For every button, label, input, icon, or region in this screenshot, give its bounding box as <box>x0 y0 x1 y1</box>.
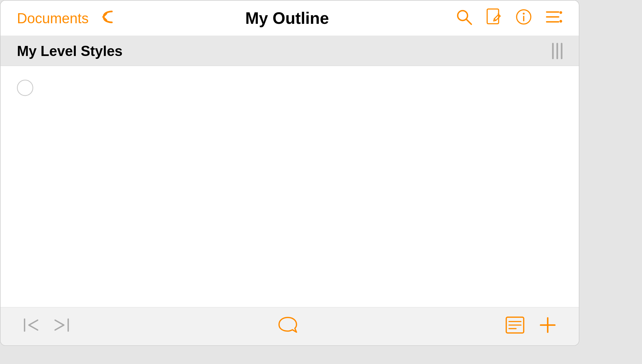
toolbar-center <box>277 315 298 338</box>
nav-bar: Documents My Outline <box>1 1 579 36</box>
section-header: My Level Styles <box>1 36 579 66</box>
back-icon[interactable] <box>100 9 119 28</box>
drag-bar-2 <box>556 43 558 59</box>
drag-handle-icon[interactable] <box>552 43 562 59</box>
drag-bar-1 <box>552 43 554 59</box>
nav-right <box>456 8 562 28</box>
svg-point-13 <box>560 20 562 23</box>
drag-bar-3 <box>561 43 562 59</box>
documents-link[interactable]: Documents <box>17 10 89 26</box>
add-icon[interactable] <box>538 316 557 337</box>
nav-left: Documents <box>17 9 119 28</box>
info-icon[interactable] <box>516 9 532 28</box>
forward-to-last-icon[interactable] <box>52 317 71 336</box>
section-title: My Level Styles <box>17 43 123 59</box>
search-icon[interactable] <box>456 8 473 28</box>
device-frame: Documents My Outline <box>0 0 579 346</box>
bottom-toolbar <box>1 307 579 345</box>
document-icon[interactable] <box>486 8 502 28</box>
comment-icon[interactable] <box>277 315 298 338</box>
menu-icon[interactable] <box>546 10 562 26</box>
content-area <box>1 66 579 307</box>
svg-line-4 <box>494 20 496 21</box>
nav-center: My Outline <box>119 9 455 28</box>
list-document-icon[interactable] <box>505 316 525 337</box>
toolbar-left <box>22 317 70 336</box>
svg-point-8 <box>523 13 525 15</box>
svg-point-12 <box>560 11 562 14</box>
row-item-circle[interactable] <box>17 80 33 96</box>
page-title: My Outline <box>245 9 329 28</box>
back-to-first-icon[interactable] <box>22 317 41 336</box>
toolbar-right <box>505 316 557 337</box>
svg-line-1 <box>466 19 471 24</box>
